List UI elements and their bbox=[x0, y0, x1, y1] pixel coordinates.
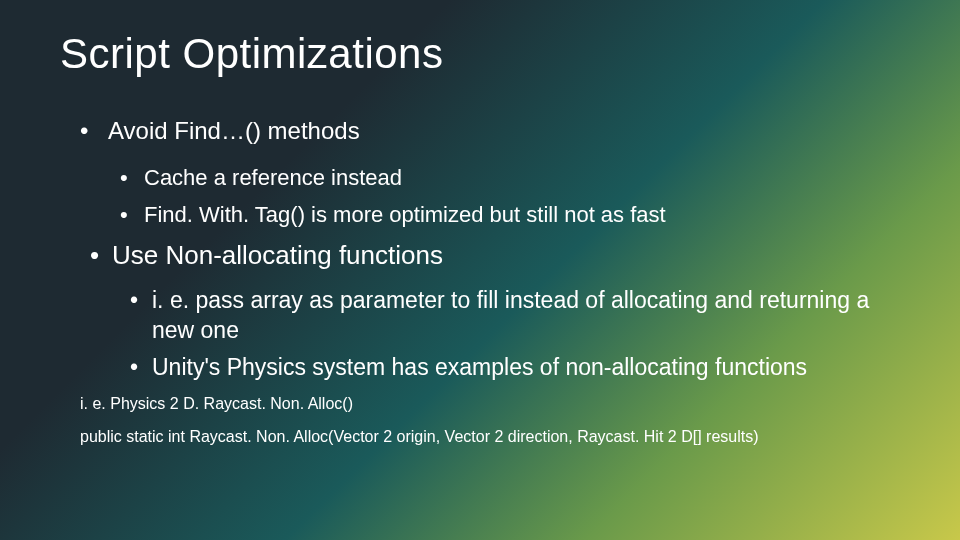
bullet-avoid-find: Avoid Find…() methods bbox=[80, 116, 900, 146]
bullet-find-with-tag: Find. With. Tag() is more optimized but … bbox=[120, 201, 900, 230]
footnote-example: i. e. Physics 2 D. Raycast. Non. Alloc() bbox=[80, 393, 900, 415]
bullet-non-allocating: Use Non-allocating functions bbox=[90, 239, 900, 272]
footnote-signature: public static int Raycast. Non. Alloc(Ve… bbox=[80, 426, 900, 448]
bullet-cache-reference: Cache a reference instead bbox=[120, 164, 900, 193]
bullet-unity-physics: Unity's Physics system has examples of n… bbox=[130, 353, 900, 383]
slide: Script Optimizations Avoid Find…() metho… bbox=[0, 0, 960, 540]
bullet-pass-array: i. e. pass array as parameter to fill in… bbox=[130, 286, 900, 346]
slide-title: Script Optimizations bbox=[60, 30, 900, 78]
